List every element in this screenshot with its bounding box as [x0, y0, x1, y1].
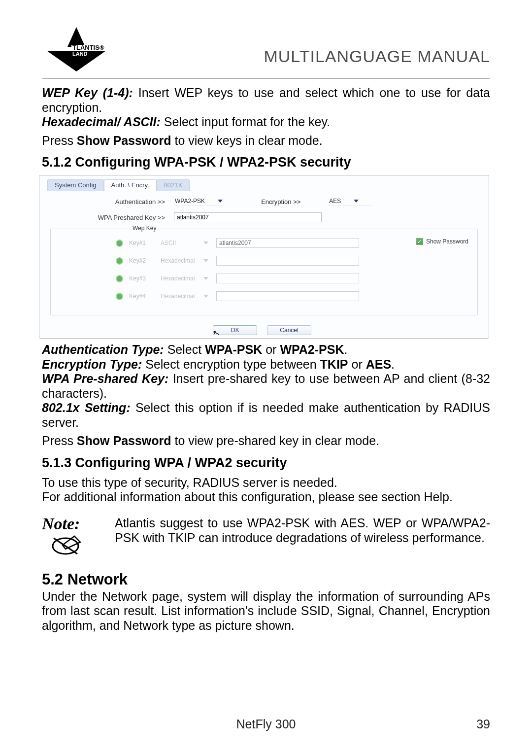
radio-key2[interactable] — [116, 257, 123, 265]
dialog-buttons: OK Cancel — [213, 325, 311, 335]
chevron-down-icon — [203, 295, 208, 298]
sec513-p1: To use this type of security, RADIUS ser… — [42, 476, 490, 490]
key2-label: Key#2 — [129, 257, 153, 264]
heading-512: 5.1.2 Configuring WPA-PSK / WPA2-PSK sec… — [42, 155, 490, 170]
encryption-dropdown[interactable]: AES — [328, 198, 372, 206]
radio-key3[interactable] — [116, 275, 123, 282]
page-header: TLANTIS® LAND MULTILANGUAGE MANUAL — [42, 27, 490, 73]
key3-format-dropdown[interactable]: Hexadecimal — [159, 275, 210, 282]
sec52-p: Under the Network page, system will disp… — [42, 589, 490, 633]
radio-key4[interactable] — [116, 293, 123, 300]
tab-strip: System Config Auth. \ Encry. 8021X — [47, 179, 476, 191]
sec52-body: Under the Network page, system will disp… — [42, 589, 490, 633]
key1-format-dropdown[interactable]: ASCII — [159, 240, 210, 247]
svg-text:TLANTIS®: TLANTIS® — [72, 44, 104, 51]
authentication-dropdown[interactable]: WPA2-PSK — [174, 198, 224, 206]
page-footer: NetFly 300 39 — [42, 717, 490, 731]
auth-row: Authentication >> WPA2-PSK Encryption >>… — [54, 198, 372, 206]
dot1x-label: 802.1x Setting: — [42, 401, 131, 414]
show-password-bold-2: Show Password — [77, 434, 171, 447]
config-screenshot-panel: System Config Auth. \ Encry. 8021X Authe… — [39, 175, 489, 339]
heading-513: 5.1.3 Configuring WPA / WPA2 security — [42, 455, 490, 471]
wep-key-row-4: Key#4 Hexadecimal — [57, 291, 359, 301]
show-password-bold: Show Password — [77, 134, 171, 147]
key1-input[interactable] — [216, 238, 359, 248]
press-post: to view keys in clear mode. — [171, 134, 323, 147]
footer-product: NetFly 300 — [42, 717, 490, 731]
intro-block: WEP Key (1-4): Insert WEP keys to use an… — [42, 86, 490, 148]
wep-key-row-2: Key#2 Hexadecimal — [57, 256, 359, 266]
enc-type-label: Encryption Type: — [42, 357, 142, 371]
tab-auth-encry[interactable]: Auth. \ Encry. — [104, 179, 157, 191]
key4-input[interactable] — [216, 291, 359, 301]
tab-8021x[interactable]: 8021X — [157, 179, 190, 191]
sec513-p2: For additional information about this co… — [42, 490, 490, 505]
wep-key-legend: Wep Key — [130, 225, 159, 232]
psk-input[interactable] — [174, 212, 322, 222]
svg-text:Note:: Note: — [42, 515, 80, 533]
key1-format-value: ASCII — [161, 240, 176, 246]
key3-input[interactable] — [216, 274, 359, 283]
heading-52: 5.2 Network — [42, 571, 490, 588]
encryption-value: AES — [329, 198, 341, 205]
psk-row: WPA Preshared Key >> — [54, 212, 322, 222]
note-block: Note: Atlantis suggest to use WPA2-PSK w… — [42, 515, 490, 562]
key2-input[interactable] — [216, 256, 359, 266]
wep-key-row-1: Key#1 ASCII — [57, 238, 359, 248]
chevron-down-icon — [203, 241, 208, 244]
chevron-down-icon — [354, 200, 359, 203]
atlantis-logo-icon: TLANTIS® LAND — [42, 27, 111, 71]
hex-ascii-label: Hexadecimal/ ASCII: — [42, 115, 161, 129]
show-password-checkbox-row: ✓ Show Password — [416, 238, 468, 245]
press-pre: Press — [42, 134, 77, 147]
key4-format-dropdown[interactable]: Hexadecimal — [159, 293, 210, 300]
sec513-body: To use this type of security, RADIUS ser… — [42, 476, 490, 505]
key3-format-value: Hexadecimal — [161, 275, 195, 282]
note-text: Atlantis suggest to use WPA2-PSK with AE… — [115, 515, 490, 545]
tab-system-config[interactable]: System Config — [47, 179, 104, 191]
show-password-checkbox[interactable]: ✓ — [416, 238, 423, 245]
show-password-label: Show Password — [426, 238, 468, 245]
header-title: MULTILANGUAGE MANUAL — [264, 47, 490, 66]
note-icon: Note: — [42, 515, 106, 562]
wep-key-group: Wep Key Key#1 ASCII Key#2 Hexadecimal — [50, 229, 478, 315]
header-divider — [42, 78, 490, 79]
brand-logo: TLANTIS® LAND — [42, 27, 111, 73]
authentication-value: WPA2-PSK — [175, 198, 205, 205]
key4-label: Key#4 — [129, 293, 153, 300]
encryption-label: Encryption >> — [261, 198, 300, 206]
key3-label: Key#3 — [129, 275, 153, 282]
key1-label: Key#1 — [129, 240, 153, 246]
key4-format-value: Hexadecimal — [161, 293, 195, 300]
auth-type-label: Authentication Type: — [42, 343, 164, 356]
wep-key-label: WEP Key (1-4): — [42, 86, 133, 100]
hex-ascii-text: Select input format for the key. — [161, 115, 330, 129]
chevron-down-icon — [203, 259, 208, 262]
chevron-down-icon — [203, 277, 208, 280]
key2-format-value: Hexadecimal — [161, 257, 195, 264]
authentication-label: Authentication >> — [54, 198, 165, 206]
after-screenshot-block: Authentication Type: Select WPA-PSK or W… — [42, 343, 490, 448]
svg-text:LAND: LAND — [72, 51, 88, 57]
wep-key-row-3: Key#3 Hexadecimal — [57, 274, 359, 283]
wpa-psk-label: WPA Pre-shared Key: — [42, 372, 168, 385]
key2-format-dropdown[interactable]: Hexadecimal — [159, 257, 210, 265]
chevron-down-icon — [218, 200, 223, 203]
psk-label: WPA Preshared Key >> — [54, 214, 165, 221]
radio-key1[interactable] — [116, 240, 123, 247]
cancel-button[interactable]: Cancel — [267, 325, 311, 335]
